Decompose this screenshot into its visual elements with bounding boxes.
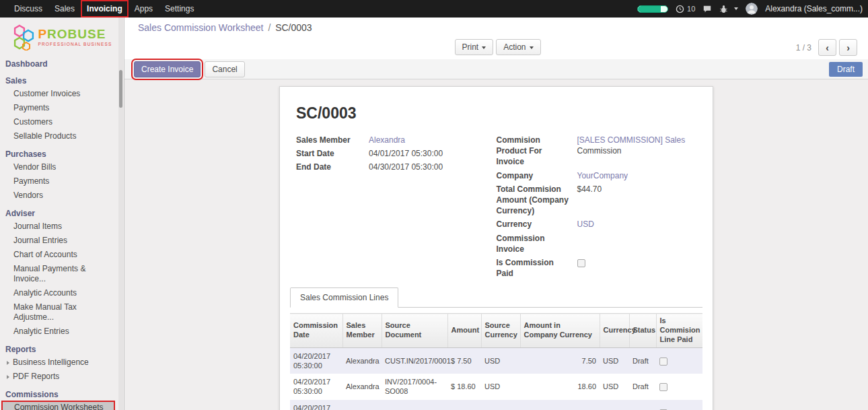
- sidebar-item-customers[interactable]: Customers: [0, 115, 124, 129]
- avatar[interactable]: [746, 3, 758, 15]
- sidebar-header-reports[interactable]: Reports: [0, 343, 124, 355]
- sidebar-item-business-intelligence[interactable]: Business Intelligence: [0, 355, 124, 370]
- chevron-down-icon: [734, 7, 738, 10]
- cell-line-paid: [656, 400, 702, 410]
- table-row[interactable]: 04/20/2017 05:30:00 Alexandra CUST.IN/20…: [290, 347, 702, 374]
- timer-indicator[interactable]: 10: [676, 5, 695, 13]
- pager-previous-button[interactable]: ‹: [818, 39, 836, 56]
- systray: 10 Alexandra (Sales_comm...): [637, 3, 868, 15]
- sidebar-section-dashboard: Dashboard: [0, 57, 124, 70]
- col-header-line-paid[interactable]: Is Commision Line Paid: [656, 314, 702, 347]
- record-title: SC/0003: [296, 104, 702, 123]
- sidebar-item-dashboard[interactable]: Dashboard: [0, 57, 124, 70]
- menu-invoicing[interactable]: Invoicing: [81, 0, 129, 18]
- form-statusbar: Create Invoice Cancel Draft: [124, 59, 868, 79]
- commission-product-link[interactable]: [SALES COMMISSION] Sales: [577, 135, 686, 145]
- scrollbar-thumb[interactable]: [119, 70, 122, 108]
- sidebar-item-analytic-entries[interactable]: Analytic Entries: [0, 324, 124, 339]
- currency-label: Currency: [497, 219, 577, 230]
- user-avatar-icon: [746, 3, 758, 15]
- line-paid-checkbox[interactable]: [659, 357, 667, 366]
- clock-icon: [676, 5, 684, 13]
- cell-line-paid: [656, 374, 702, 400]
- cancel-button[interactable]: Cancel: [205, 61, 244, 77]
- right-field-group: Commision Product For Invoice [SALES COM…: [497, 135, 697, 281]
- print-label: Print: [462, 42, 478, 52]
- left-field-group: Sales Member Alexandra Start Date 04/01/…: [296, 135, 497, 281]
- commission-lines-table: Commission Date Sales Member Source Docu…: [290, 313, 702, 410]
- tab-bar: Sales Commission Lines: [290, 287, 702, 308]
- cell-sales-member: Alexandra: [342, 347, 382, 374]
- expand-arrow-icon: [7, 375, 9, 379]
- cell-amount-company: 18.60: [520, 374, 600, 400]
- menu-settings[interactable]: Settings: [159, 0, 200, 18]
- menu-sales[interactable]: Sales: [48, 0, 81, 18]
- sidebar-header-purchases[interactable]: Purchases: [0, 147, 124, 160]
- sidebar-item-journal-entries[interactable]: Journal Entries: [0, 234, 124, 248]
- table-row[interactable]: 04/20/2017 05:30:00 Alexandra INV/2017/0…: [290, 374, 702, 400]
- cell-sales-member: Alexandra: [342, 400, 382, 410]
- currency-value[interactable]: USD: [577, 219, 697, 230]
- is-commission-paid-checkbox[interactable]: [577, 259, 585, 267]
- col-header-sales-member[interactable]: Sales Member: [342, 314, 382, 347]
- line-paid-checkbox[interactable]: [659, 383, 667, 391]
- breadcrumb-parent[interactable]: Sales Commission Worksheet: [138, 22, 263, 33]
- sidebar-item-pdf-reports[interactable]: PDF Reports: [0, 370, 124, 384]
- status-badge[interactable]: Draft: [829, 62, 863, 77]
- debug-menu[interactable]: [719, 5, 738, 13]
- tab-sales-commission-lines[interactable]: Sales Commission Lines: [290, 287, 398, 308]
- breadcrumb: Sales Commission Worksheet / SC/0003: [138, 22, 857, 34]
- col-header-currency[interactable]: Currency: [600, 314, 629, 347]
- menu-apps[interactable]: Apps: [129, 0, 159, 18]
- cell-source-document: CUST.IN/2017/0001: [382, 347, 447, 374]
- sidebar-item-payments-sales[interactable]: Payments: [0, 101, 124, 115]
- pager: 1 / 3 ‹ ›: [796, 39, 857, 56]
- sidebar-section-reports: Reports Business Intelligence PDF Report…: [0, 343, 124, 384]
- cell-sales-member: Alexandra: [342, 374, 382, 400]
- app-menu: Discuss Sales Invoicing Apps Settings: [0, 0, 200, 18]
- planner-progress-bar[interactable]: [637, 5, 668, 13]
- cell-amount: $ 7.50: [447, 347, 481, 374]
- company-label: Company: [497, 170, 577, 181]
- company-value[interactable]: YourCompany: [577, 170, 697, 181]
- sidebar-item-payments-purchases[interactable]: Payments: [0, 174, 124, 189]
- sidebar-header-adviser[interactable]: Adviser: [0, 207, 124, 219]
- pager-next-button[interactable]: ›: [839, 39, 857, 56]
- user-menu[interactable]: Alexandra (Sales_comm...): [765, 4, 863, 13]
- create-invoice-button[interactable]: Create Invoice: [134, 61, 201, 77]
- menu-discuss[interactable]: Discuss: [8, 0, 48, 18]
- col-header-source-currency[interactable]: Source Currency: [481, 314, 520, 347]
- sidebar-item-sellable-products[interactable]: Sellable Products: [0, 129, 124, 143]
- commission-product-value: [SALES COMMISSION] Sales Commission: [577, 135, 697, 168]
- col-header-commission-date[interactable]: Commission Date: [290, 314, 342, 347]
- sales-member-value[interactable]: Alexandra: [369, 135, 497, 145]
- cell-status: Draft: [629, 347, 656, 374]
- sidebar-item-customer-invoices[interactable]: Customer Invoices: [0, 87, 124, 101]
- sidebar-item-analytic-accounts[interactable]: Analytic Accounts: [0, 286, 124, 300]
- sidebar-item-make-manual-tax-adjustment[interactable]: Make Manual Tax Adjustme...: [0, 300, 124, 324]
- sidebar-item-journal-items[interactable]: Journal Items: [0, 219, 124, 234]
- col-header-amount[interactable]: Amount: [447, 314, 481, 347]
- bug-icon: [719, 5, 728, 13]
- secondary-menu: Dashboard Sales Customer Invoices Paymen…: [0, 57, 124, 410]
- sidebar-header-sales[interactable]: Sales: [0, 74, 124, 87]
- messages-button[interactable]: [702, 5, 712, 13]
- sidebar-item-chart-of-accounts[interactable]: Chart of Accounts: [0, 248, 124, 262]
- sidebar-section-sales: Sales Customer Invoices Payments Custome…: [0, 74, 124, 143]
- sidebar-scrollbar[interactable]: [118, 18, 123, 410]
- print-dropdown[interactable]: Print: [454, 39, 493, 55]
- end-date-label: End Date: [296, 162, 369, 172]
- sidebar-section-adviser: Adviser Journal Items Journal Entries Ch…: [0, 207, 124, 339]
- sidebar-item-commission-worksheets[interactable]: Commission Worksheets: [1, 401, 115, 410]
- sidebar-header-commissions[interactable]: Commissions: [0, 388, 124, 401]
- sidebar-item-manual-payments-invoice[interactable]: Manual Payments & Invoice...: [0, 262, 124, 286]
- total-commission-label: Total Commision Amount (Company Currency…: [497, 184, 577, 217]
- col-header-status[interactable]: Status: [629, 314, 656, 347]
- col-header-amount-company-currency[interactable]: Amount in Company Currency: [520, 314, 600, 347]
- form-view: SC/0003 Sales Member Alexandra Start Dat…: [124, 86, 868, 410]
- table-row[interactable]: 04/20/2017 10:35:53 Alexandra SO008 $ 18…: [290, 400, 702, 410]
- sidebar-item-vendors[interactable]: Vendors: [0, 189, 124, 203]
- sidebar-item-vendor-bills[interactable]: Vendor Bills: [0, 160, 124, 174]
- col-header-source-document[interactable]: Source Document: [382, 314, 447, 347]
- action-dropdown[interactable]: Action: [496, 39, 540, 55]
